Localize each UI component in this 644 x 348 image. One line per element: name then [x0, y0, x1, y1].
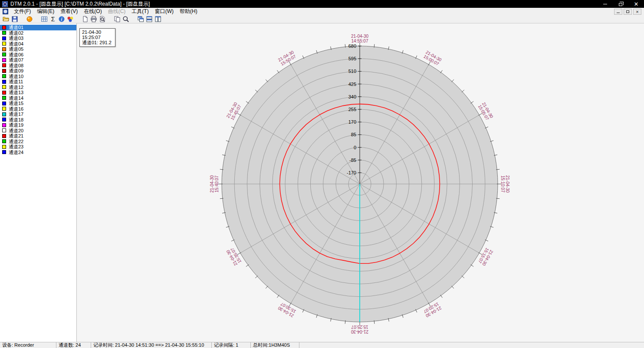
channel-item-02[interactable]: 通道02: [0, 30, 76, 36]
channel-item-18[interactable]: 通道18: [0, 117, 76, 123]
menu-window[interactable]: 窗口(W): [152, 8, 177, 15]
channel-item-09[interactable]: 通道09: [0, 68, 76, 74]
tile-vertical-button[interactable]: [154, 15, 162, 23]
channel-color-swatch: [2, 63, 6, 67]
restore-button[interactable]: [613, 0, 628, 8]
radial-axis-label: 510: [348, 69, 356, 74]
toolbar: Σi: [0, 15, 644, 23]
channel-label: 通道02: [9, 30, 23, 36]
time-label: 21-04-3015:10:07: [500, 175, 510, 193]
channel-item-03[interactable]: 通道03: [0, 36, 76, 41]
radial-axis-label: 680: [348, 43, 356, 49]
channel-item-19[interactable]: 通道19: [0, 122, 76, 128]
cascade-windows-button[interactable]: [136, 15, 145, 23]
child-close-button[interactable]: ×: [633, 9, 641, 15]
channel-item-21[interactable]: 通道21: [0, 133, 76, 139]
channel-label: 通道06: [9, 52, 23, 57]
channel-list: 通道01通道02通道03通道04通道05通道06通道07通道08通道09通道10…: [0, 23, 77, 342]
menu-edit[interactable]: 编辑(E): [34, 8, 57, 15]
channel-label: 通道10: [9, 74, 23, 79]
print-preview-button[interactable]: [98, 15, 107, 23]
channel-label: 通道08: [9, 63, 23, 68]
channel-label: 通道17: [9, 112, 23, 117]
channel-item-10[interactable]: 通道10: [0, 74, 76, 79]
tile-horizontal-button[interactable]: [145, 15, 154, 23]
channel-label: 通道23: [9, 144, 23, 149]
zoom-button[interactable]: [122, 15, 130, 23]
child-minimize-button[interactable]: [614, 9, 622, 15]
page-button[interactable]: [81, 15, 89, 23]
title-bar: DTM 2.0.1 - [圆盘显示] [C:\DTM 2.0.2\RealDat…: [0, 0, 644, 8]
channel-item-23[interactable]: 通道23: [0, 144, 76, 150]
channel-item-11[interactable]: 通道11: [0, 79, 76, 85]
save-file-button[interactable]: [10, 15, 19, 23]
open-file-icon: [3, 16, 10, 23]
child-window-icon: [3, 9, 8, 14]
palette-button[interactable]: [66, 15, 75, 23]
child-window-controls: ×: [614, 9, 641, 15]
tooltip-date: 21-04-30: [82, 30, 112, 35]
status-record-interval: 记录间隔: 1: [212, 342, 251, 348]
channel-label: 通道04: [9, 41, 23, 46]
channel-color-swatch: [2, 139, 6, 143]
channel-label: 通道09: [9, 68, 23, 73]
table-button[interactable]: [40, 15, 49, 23]
channel-label: 通道03: [9, 36, 23, 41]
sigma-button[interactable]: Σ: [49, 15, 57, 23]
open-file-button[interactable]: [2, 15, 10, 23]
channel-label: 通道21: [9, 133, 23, 138]
channel-color-swatch: [2, 53, 6, 56]
channel-item-15[interactable]: 通道15: [0, 101, 76, 106]
save-file-icon: [11, 16, 18, 23]
channel-label: 通道20: [9, 128, 23, 133]
channel-label: 通道18: [9, 117, 23, 122]
minimize-button[interactable]: [597, 0, 613, 8]
channel-item-16[interactable]: 通道16: [0, 106, 76, 112]
channel-label: 通道07: [9, 57, 23, 62]
radial-axis-label: 85: [351, 132, 356, 137]
channel-label: 通道12: [9, 85, 23, 90]
child-minimize-icon: [617, 13, 620, 13]
channel-item-17[interactable]: 通道17: [0, 112, 76, 117]
channel-item-05[interactable]: 通道05: [0, 46, 76, 52]
channel-item-06[interactable]: 通道06: [0, 52, 76, 58]
chart-area[interactable]: 680595510425340255170850-85-17021-04-301…: [77, 23, 644, 342]
tile-vertical-icon: [154, 16, 161, 23]
svg-text:i: i: [61, 17, 62, 22]
copy-button[interactable]: [113, 15, 122, 23]
close-button[interactable]: ✕: [628, 0, 644, 8]
channel-color-swatch: [2, 42, 6, 46]
tile-horizontal-icon: [146, 16, 153, 23]
channel-color-swatch: [2, 85, 6, 89]
radial-axis-label: 170: [348, 119, 356, 125]
channel-item-14[interactable]: 通道14: [0, 95, 76, 101]
ball-button[interactable]: [25, 15, 34, 23]
value-tooltip: 21-04-30 15:25:07 通道01: 291.2: [79, 28, 115, 47]
child-restore-button[interactable]: [624, 9, 632, 15]
print-button[interactable]: [89, 15, 98, 23]
channel-item-08[interactable]: 通道08: [0, 63, 76, 69]
channel-item-20[interactable]: 通道20: [0, 128, 76, 134]
radial-axis-label: 0: [354, 145, 356, 150]
info-button[interactable]: i: [57, 15, 66, 23]
channel-label: 通道16: [9, 106, 23, 112]
channel-item-04[interactable]: 通道04: [0, 41, 76, 47]
channel-item-01[interactable]: 通道01: [0, 25, 76, 30]
menu-online[interactable]: 在线(O): [81, 8, 105, 15]
channel-item-22[interactable]: 通道22: [0, 139, 76, 144]
table-icon: [41, 16, 48, 23]
channel-item-24[interactable]: 通道24: [0, 150, 76, 155]
page-icon: [82, 16, 89, 23]
status-total-time: 总时间:1H3M40S: [251, 342, 299, 348]
channel-item-12[interactable]: 通道12: [0, 85, 76, 90]
menu-help[interactable]: 帮助(H): [177, 8, 200, 15]
polar-chart[interactable]: 680595510425340255170850-85-17021-04-301…: [77, 23, 644, 342]
channel-item-13[interactable]: 通道13: [0, 90, 76, 95]
menu-view[interactable]: 查看(V): [57, 8, 81, 15]
channel-color-swatch: [2, 36, 6, 40]
menu-file[interactable]: 文件(F): [11, 8, 34, 15]
channel-color-swatch: [2, 123, 6, 127]
menu-tools[interactable]: 工具(T): [128, 8, 151, 15]
channel-item-07[interactable]: 通道07: [0, 57, 76, 63]
tooltip-time: 15:25:07: [82, 35, 112, 40]
